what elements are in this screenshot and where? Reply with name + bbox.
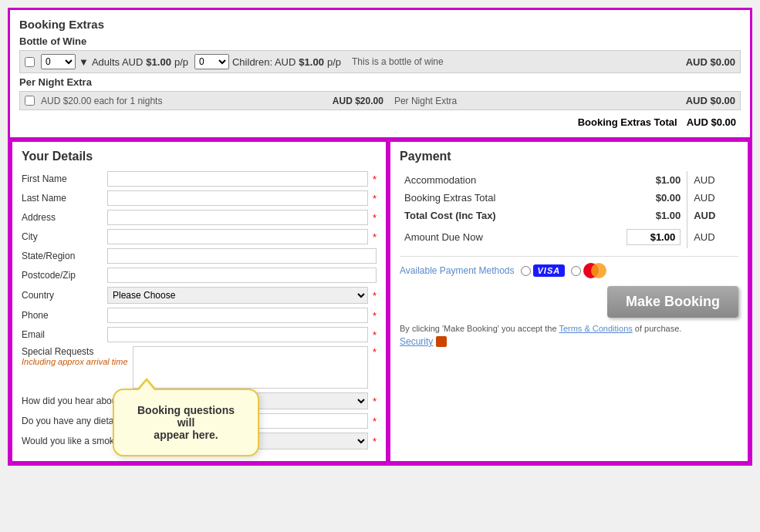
per-night-title: Per Night Extra: [19, 76, 741, 88]
postcode-label: Postcode/Zip: [22, 270, 103, 281]
terms-end: of purchase.: [635, 324, 682, 333]
total-cost-amount: $1.00: [586, 207, 687, 224]
your-details-panel: Your Details First Name * Last Name * Ad…: [10, 140, 388, 463]
visa-logo: VISA: [533, 264, 566, 277]
per-night-label: AUD $20.00 each for 1 nights: [41, 96, 326, 106]
per-night-subtotal: AUD $20.00: [333, 96, 383, 106]
accommodation-amount: $1.00: [586, 171, 687, 189]
children-label: Children: AUD: [232, 56, 296, 68]
state-row: State/Region: [22, 248, 377, 264]
extras-total-label: Booking Extras Total: [578, 116, 677, 128]
phone-row: Phone *: [22, 308, 377, 323]
payment-table: Accommodation $1.00 AUD Booking Extras T…: [400, 171, 738, 248]
city-input[interactable]: [107, 229, 368, 244]
first-name-required: *: [373, 173, 377, 185]
your-details-title: Your Details: [22, 150, 377, 163]
how-hear-required: *: [373, 396, 377, 407]
email-label: Email: [22, 329, 103, 340]
terms-link[interactable]: Terms & Conditions: [559, 324, 632, 333]
special-requests-sub-label: Including approx arrival time: [22, 357, 128, 366]
accommodation-currency: AUD: [687, 171, 738, 189]
terms-prefix: By clicking 'Make Booking' you accept th…: [400, 324, 557, 333]
accommodation-label: Accommodation: [400, 171, 586, 189]
postcode-input[interactable]: [107, 268, 377, 283]
first-name-label: First Name: [22, 173, 103, 184]
children-section: 0123 Children: AUD $1.00 p/p: [194, 54, 341, 69]
amount-due-row: Amount Due Now AUD: [400, 224, 738, 248]
bottle-checkbox[interactable]: [25, 57, 35, 67]
adults-aud-label: Adults AUD: [92, 56, 143, 68]
last-name-input[interactable]: [107, 190, 368, 206]
phone-input[interactable]: [107, 308, 368, 323]
security-link[interactable]: Security: [400, 336, 433, 347]
extras-total-payment-currency: AUD: [687, 189, 738, 207]
city-required: *: [373, 231, 377, 243]
mc-circle-right: [591, 263, 606, 278]
extras-total-payment-row: Booking Extras Total $0.00 AUD: [400, 189, 738, 207]
children-qty-select[interactable]: 0123: [194, 54, 229, 69]
total-cost-currency: AUD: [687, 207, 738, 224]
bottom-panels: Your Details First Name * Last Name * Ad…: [10, 137, 750, 463]
address-label: Address: [22, 212, 103, 223]
adults-section: 0123 ▼ Adults AUD $1.00 p/p: [41, 54, 188, 69]
children-price: $1.00: [299, 56, 324, 68]
special-requests-textarea[interactable]: [133, 346, 368, 389]
address-input[interactable]: [107, 210, 368, 225]
bottle-of-wine-title: Bottle of Wine: [19, 35, 741, 47]
make-booking-button[interactable]: Make Booking: [607, 286, 738, 318]
bottle-checkbox-area: [25, 57, 35, 67]
state-input[interactable]: [107, 248, 377, 264]
bottle-description: This is a bottle of wine: [347, 56, 680, 67]
special-required: *: [373, 346, 377, 358]
country-select[interactable]: Please Choose Australia United Kingdom U…: [107, 287, 368, 304]
total-cost-row: Total Cost (Inc Tax) $1.00 AUD: [400, 207, 738, 224]
mastercard-option: [571, 263, 606, 278]
per-night-checkbox[interactable]: [25, 96, 35, 106]
special-requests-area: Special Requests Including approx arriva…: [22, 346, 377, 389]
bottle-of-wine-row: 0123 ▼ Adults AUD $1.00 p/p 0123 Childre…: [19, 50, 741, 73]
address-required: *: [373, 212, 377, 224]
tooltip-line1: Booking questions will: [137, 404, 235, 429]
country-label: Country: [22, 290, 103, 301]
children-unit: p/p: [327, 56, 341, 68]
payment-panel: Payment Accommodation $1.00 AUD Booking …: [388, 140, 750, 463]
country-required: *: [373, 290, 377, 301]
accommodation-row: Accommodation $1.00 AUD: [400, 171, 738, 189]
adults-unit: p/p: [174, 56, 188, 68]
mastercard-radio[interactable]: [571, 266, 581, 276]
email-required: *: [373, 329, 377, 341]
payment-title: Payment: [400, 150, 738, 163]
postcode-row: Postcode/Zip: [22, 268, 377, 283]
payment-methods-row: Available Payment Methods VISA: [400, 263, 738, 278]
dietary-required: *: [373, 416, 377, 427]
last-name-required: *: [373, 193, 377, 204]
terms-text: By clicking 'Make Booking' you accept th…: [400, 324, 738, 333]
mastercard-logo: [583, 263, 606, 278]
email-input[interactable]: [107, 327, 368, 342]
booking-questions-tooltip: Booking questions will appear here.: [113, 389, 259, 456]
adults-label: ▼: [79, 56, 89, 68]
visa-radio[interactable]: [521, 266, 531, 276]
extras-total-value: AUD $0.00: [687, 116, 736, 128]
total-cost-label: Total Cost (Inc Tax): [400, 207, 586, 224]
adults-qty-select[interactable]: 0123: [41, 54, 76, 69]
address-row: Address *: [22, 210, 377, 225]
country-row: Country Please Choose Australia United K…: [22, 287, 377, 304]
first-name-input[interactable]: [107, 171, 368, 187]
special-requests-label-container: Special Requests Including approx arriva…: [22, 346, 128, 366]
amount-due-cell: [586, 224, 687, 248]
visa-option: VISA: [521, 264, 566, 277]
booking-extras-section: Booking Extras Bottle of Wine 0123 ▼ Adu…: [10, 10, 750, 137]
city-row: City *: [22, 229, 377, 244]
extras-total-row: Booking Extras Total AUD $0.00: [19, 112, 741, 130]
phone-label: Phone: [22, 310, 103, 321]
smoking-required: *: [373, 436, 377, 447]
adults-price: $1.00: [146, 56, 171, 68]
per-night-desc: Per Night Extra: [390, 96, 680, 106]
amount-due-input[interactable]: [627, 229, 681, 245]
last-name-label: Last Name: [22, 193, 103, 204]
extras-total-payment-amount: $0.00: [586, 189, 687, 207]
per-night-total: AUD $0.00: [686, 95, 735, 106]
last-name-row: Last Name *: [22, 190, 377, 206]
bottle-total: AUD $0.00: [686, 56, 735, 68]
